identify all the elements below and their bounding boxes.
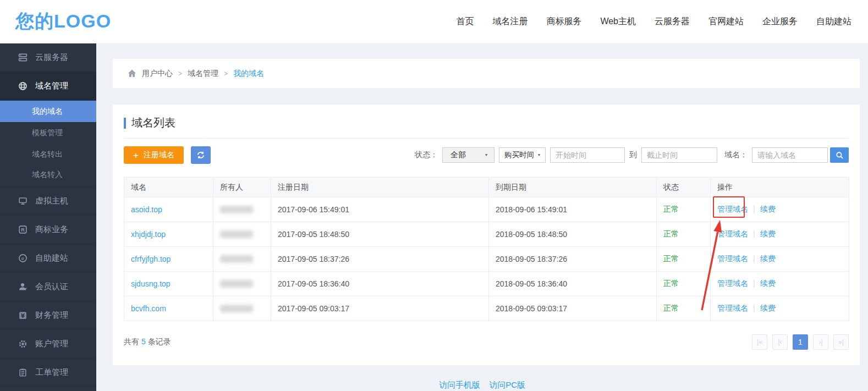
sidebar-item-work-order[interactable]: 工单管理 <box>0 359 96 387</box>
domain-link[interactable]: xhjdjdj.top <box>131 230 166 239</box>
manage-domain-link[interactable]: 管理域名 <box>717 205 748 213</box>
svg-text:R: R <box>21 227 25 233</box>
subitem-label: 域名转出 <box>32 150 63 159</box>
col-domain: 域名 <box>124 178 213 197</box>
top-navigation: 首页 域名注册 商标服务 Web主机 云服务器 官网建站 企业服务 自助建站 <box>456 16 851 27</box>
registered-date: 2017-09-05 09:03:17 <box>271 296 489 321</box>
register-domain-label: 注册域名 <box>144 150 174 160</box>
manage-domain-link[interactable]: 管理域名 <box>717 279 748 288</box>
breadcrumb-my-domains[interactable]: 我的域名 <box>233 69 264 79</box>
owner-redacted <box>220 280 253 288</box>
top-header: 您的LOGO 首页 域名注册 商标服务 Web主机 云服务器 官网建站 企业服务… <box>0 0 868 43</box>
ticket-icon <box>18 368 28 377</box>
domain-link[interactable]: sjdusng.top <box>131 279 171 288</box>
refresh-icon <box>196 151 205 159</box>
col-status: 状态 <box>657 178 711 197</box>
chevron-down-icon: ▼ <box>537 153 541 157</box>
status-filter-label: 状态： <box>415 150 438 160</box>
pagination-page-1-button[interactable]: 1 <box>793 334 808 350</box>
table-row: asoid.top 2017-09-06 15:49:01 2018-09-06… <box>124 197 849 222</box>
table-header-row: 域名 所有人 注册日期 到期日期 状态 操作 <box>124 178 849 197</box>
subitem-label: 域名转入 <box>32 170 63 180</box>
renew-link[interactable]: 续费 <box>760 254 776 263</box>
manage-domain-link[interactable]: 管理域名 <box>717 304 748 312</box>
renew-link[interactable]: 续费 <box>760 279 776 288</box>
expire-date: 2018-09-05 18:48:50 <box>489 222 657 247</box>
globe-icon <box>18 81 28 91</box>
start-date-input[interactable] <box>550 147 625 163</box>
status-badge: 正常 <box>663 205 679 213</box>
filter-bar: 状态： 全部 ▼ 购买时间 ▼ 到 域名： <box>415 147 849 163</box>
nav-enterprise-service[interactable]: 企业服务 <box>762 16 798 27</box>
owner-redacted <box>220 305 253 312</box>
table-row: cfrfyjfgh.top 2017-09-05 18:37:26 2018-0… <box>124 247 849 272</box>
home-icon <box>128 69 136 78</box>
breadcrumb-user-center[interactable]: 用户中心 <box>142 69 173 79</box>
sidebar-item-self-site-builder[interactable]: e 自助建站 <box>0 244 96 273</box>
sidebar-item-domain-management[interactable]: 域名管理 <box>0 72 96 101</box>
expire-date: 2018-09-05 18:36:40 <box>489 272 657 296</box>
time-type-select[interactable]: 购买时间 ▼ <box>499 147 546 163</box>
sidebar-item-cloud-server[interactable]: 云服务器 <box>0 43 96 72</box>
sidebar-item-label: 自助建站 <box>35 253 68 263</box>
toolbar: + 注册域名 状态： 全部 ▼ 购买时间 ▼ 到 <box>124 146 849 164</box>
registered-date: 2017-09-05 18:37:26 <box>271 247 489 272</box>
pc-version-link[interactable]: 访问PC版 <box>489 380 525 389</box>
expire-date: 2018-09-05 09:03:17 <box>489 296 657 321</box>
sidebar-item-member-verification[interactable]: 会员认证 <box>0 273 96 301</box>
domain-link[interactable]: bcvfh.com <box>131 304 166 313</box>
status-select[interactable]: 全部 ▼ <box>442 147 495 163</box>
nav-self-site[interactable]: 自助建站 <box>816 16 851 27</box>
nav-home[interactable]: 首页 <box>456 16 474 27</box>
domain-submenu: 我的域名 模板管理 域名转出 域名转入 <box>0 101 96 187</box>
renew-link[interactable]: 续费 <box>760 205 776 213</box>
end-date-input[interactable] <box>641 147 717 163</box>
sidebar-item-trademark[interactable]: R 商标业务 <box>0 216 96 244</box>
plus-icon: + <box>133 151 139 160</box>
svg-text:e: e <box>21 255 24 261</box>
registered-date: 2017-09-05 18:36:40 <box>271 272 489 296</box>
nav-domain-register[interactable]: 域名注册 <box>492 16 528 27</box>
search-button[interactable] <box>830 147 849 163</box>
mobile-version-link[interactable]: 访问手机版 <box>439 380 480 389</box>
table-footer: 共有5条记录 |« |‹ 1 ›| »| <box>124 334 849 350</box>
manage-domain-link[interactable]: 管理域名 <box>717 254 748 263</box>
sidebar-subitem-domain-transfer-out[interactable]: 域名转出 <box>0 144 96 165</box>
nav-web-hosting[interactable]: Web主机 <box>600 16 636 27</box>
pagination-prev-button[interactable]: |‹ <box>772 334 788 350</box>
renew-link[interactable]: 续费 <box>760 229 776 238</box>
pagination-last-button[interactable]: »| <box>833 334 849 350</box>
col-registered: 注册日期 <box>271 178 489 197</box>
sidebar-subitem-domain-transfer-in[interactable]: 域名转入 <box>0 165 96 186</box>
domain-link[interactable]: asoid.top <box>131 205 162 214</box>
nav-cloud-server[interactable]: 云服务器 <box>655 16 690 27</box>
renew-link[interactable]: 续费 <box>760 304 776 312</box>
sidebar-item-account[interactable]: 账户管理 <box>0 330 96 359</box>
action-separator: | <box>753 205 755 213</box>
table-row: bcvfh.com 2017-09-05 09:03:17 2018-09-05… <box>124 296 849 321</box>
sidebar-item-label: 工单管理 <box>35 367 68 378</box>
subitem-label: 模板管理 <box>32 128 63 138</box>
status-badge: 正常 <box>663 304 679 312</box>
action-separator: | <box>753 229 755 238</box>
sidebar-item-virtual-host[interactable]: 虚拟主机 <box>0 187 96 216</box>
nav-website-builder[interactable]: 官网建站 <box>708 16 744 27</box>
sidebar-item-label: 云服务器 <box>35 52 68 63</box>
domain-search-input[interactable] <box>752 147 828 163</box>
breadcrumb-domain-management[interactable]: 域名管理 <box>188 69 218 79</box>
owner-redacted <box>220 230 253 238</box>
pagination-next-button[interactable]: ›| <box>813 334 828 350</box>
pagination-first-button[interactable]: |« <box>752 334 767 350</box>
time-type-value: 购买时间 <box>504 150 534 160</box>
sidebar-subitem-template-management[interactable]: 模板管理 <box>0 122 96 144</box>
breadcrumb: 用户中心 > 域名管理 > 我的域名 <box>113 59 860 88</box>
manage-domain-link[interactable]: 管理域名 <box>717 229 748 238</box>
refresh-button[interactable] <box>191 146 211 164</box>
register-domain-button[interactable]: + 注册域名 <box>124 146 184 164</box>
sidebar-subitem-my-domains[interactable]: 我的域名 <box>0 101 96 122</box>
domain-link[interactable]: cfrfyjfgh.top <box>131 255 171 263</box>
sidebar-item-finance[interactable]: ¥ 财务管理 <box>0 301 96 330</box>
table-row: xhjdjdj.top 2017-09-05 18:48:50 2018-09-… <box>124 222 849 247</box>
nav-trademark-service[interactable]: 商标服务 <box>546 16 581 27</box>
action-separator: | <box>753 279 755 288</box>
